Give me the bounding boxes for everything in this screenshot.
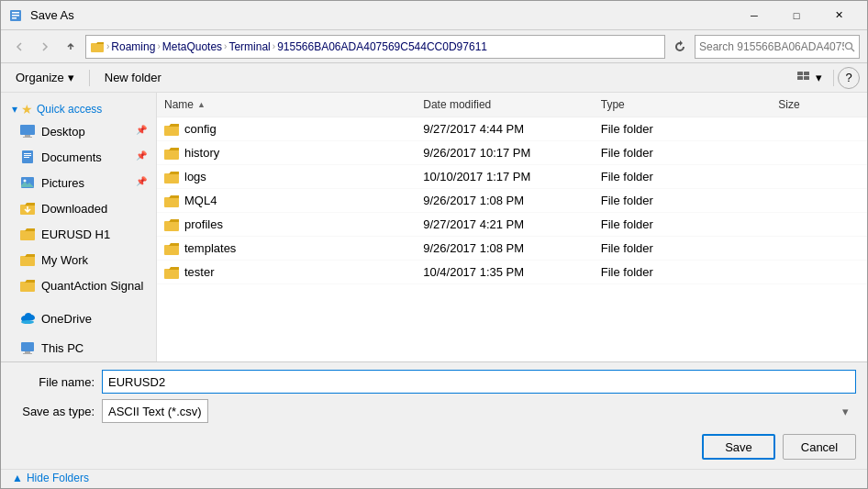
table-row[interactable]: history 9/26/2017 10:17 PM File folder (157, 141, 867, 165)
title-bar: Save As ─ □ ✕ (1, 1, 867, 30)
new-folder-button[interactable]: New folder (97, 67, 169, 89)
svg-rect-27 (23, 353, 32, 354)
svg-line-6 (851, 49, 854, 51)
filetype-row: Save as type: ASCII Text (*.csv) (1, 397, 867, 430)
file-date-cell: 9/26/2017 1:08 PM (416, 194, 594, 207)
table-row[interactable]: templates 9/26/2017 1:08 PM File folder (157, 237, 867, 261)
pictures-icon (20, 175, 35, 190)
dialog-title: Save As (30, 8, 733, 22)
back-button[interactable] (8, 36, 30, 58)
hide-folders-button[interactable]: ▲ Hide Folders (12, 472, 89, 484)
maximize-button[interactable]: □ (775, 1, 818, 30)
svg-rect-23 (20, 282, 35, 292)
file-list: Name ▲ Date modified Type Size c (157, 93, 867, 361)
table-row[interactable]: MQL4 9/26/2017 1:08 PM File folder (157, 189, 867, 213)
filetype-select[interactable]: ASCII Text (*.csv) (102, 399, 208, 423)
svg-rect-22 (20, 256, 35, 266)
save-button[interactable]: Save (702, 434, 775, 460)
folder-row-icon (164, 266, 179, 279)
file-rows-container: config 9/27/2017 4:44 PM File folder his… (157, 117, 867, 284)
sidebar-item-onedrive[interactable]: OneDrive (1, 306, 156, 331)
mywork-label: My Work (41, 253, 149, 267)
up-button[interactable] (60, 36, 82, 58)
table-row[interactable]: config 9/27/2017 4:44 PM File folder (157, 117, 867, 141)
up-icon (65, 41, 76, 52)
desktop-label: Desktop (41, 125, 130, 139)
refresh-button[interactable] (669, 36, 691, 58)
svg-rect-12 (25, 135, 30, 137)
search-input[interactable] (699, 40, 844, 53)
sidebar-item-documents[interactable]: Documents 📌 (1, 144, 156, 170)
col-header-size[interactable]: Size (771, 96, 867, 113)
table-row[interactable]: tester 10/4/2017 1:35 PM File folder (157, 261, 867, 284)
sidebar-item-eurusd[interactable]: EURUSD H1 (1, 221, 156, 247)
downloaded-folder-icon (20, 202, 35, 215)
button-row: Save Cancel (1, 430, 867, 469)
svg-rect-40 (164, 269, 179, 279)
breadcrumb: › Roaming › MetaQuotes › Terminal › 9155… (90, 39, 661, 54)
sidebar-item-downloaded[interactable]: Downloaded (1, 195, 156, 221)
file-type-cell: File folder (594, 217, 772, 231)
sidebar-item-quantaction[interactable]: QuantAction Signal (1, 272, 156, 298)
folder-row-icon (164, 218, 179, 231)
sidebar-item-mywork[interactable]: My Work (1, 247, 156, 272)
breadcrumb-metaquotes: MetaQuotes (162, 40, 222, 53)
svg-rect-21 (20, 230, 35, 240)
close-button[interactable]: ✕ (818, 1, 860, 30)
minimize-button[interactable]: ─ (733, 1, 775, 30)
file-date-cell: 9/26/2017 10:17 PM (416, 146, 594, 160)
sidebar-item-pictures[interactable]: Pictures 📌 (1, 170, 156, 195)
table-row[interactable]: logs 10/10/2017 1:17 PM File folder (157, 165, 867, 189)
onedrive-icon (19, 313, 36, 324)
file-name-cell: tester (157, 265, 416, 279)
hide-folders-row: ▲ Hide Folders (1, 469, 867, 488)
desktop-icon (19, 123, 36, 139)
svg-rect-2 (12, 12, 19, 14)
quantaction-label: QuantAction Signal (41, 279, 149, 293)
sidebar-item-thispc[interactable]: This PC (1, 335, 156, 361)
table-row[interactable]: profiles 9/27/2017 4:21 PM File folder (157, 213, 867, 237)
filename-input[interactable] (102, 370, 856, 394)
svg-rect-15 (24, 153, 31, 154)
mywork-folder-icon (20, 253, 35, 266)
col-header-name[interactable]: Name ▲ (157, 96, 416, 113)
bottom-area: File name: Save as type: ASCII Text (*.c… (1, 361, 867, 488)
pictures-label: Pictures (41, 176, 130, 190)
breadcrumb-terminal: Terminal (228, 40, 270, 53)
dialog-icon (8, 8, 23, 23)
organize-button[interactable]: Organize ▾ (8, 67, 82, 89)
col-header-date[interactable]: Date modified (416, 96, 594, 113)
svg-rect-35 (164, 150, 179, 160)
cancel-button[interactable]: Cancel (783, 434, 856, 460)
svg-rect-39 (164, 245, 179, 255)
file-date-cell: 9/26/2017 1:08 PM (416, 241, 594, 255)
back-icon (14, 41, 25, 52)
svg-rect-8 (804, 72, 809, 75)
col-header-type[interactable]: Type (594, 96, 772, 113)
sidebar-item-desktop[interactable]: Desktop 📌 (1, 118, 156, 144)
search-box[interactable] (695, 35, 860, 59)
view-button[interactable]: ▾ (790, 67, 829, 89)
folder-row-icon (164, 242, 179, 255)
folder-row-icon (164, 194, 179, 207)
help-button[interactable]: ? (838, 67, 860, 89)
documents-icon (20, 150, 35, 164)
file-name-cell: MQL4 (157, 194, 416, 207)
main-content: ▾ ★ Quick access Desktop 📌 (1, 93, 867, 361)
quick-access-header[interactable]: ▾ ★ Quick access (1, 96, 156, 118)
eurusd-label: EURUSD H1 (41, 228, 149, 241)
file-type-cell: File folder (594, 170, 772, 183)
file-date-cell: 10/4/2017 1:35 PM (416, 265, 594, 279)
view-icon (797, 72, 812, 84)
svg-rect-16 (24, 155, 31, 156)
downloaded-label: Downloaded (41, 202, 149, 216)
svg-point-24 (21, 320, 34, 324)
breadcrumb-id: 915566BA06ADA407569C544CC0D97611 (277, 40, 487, 53)
pin-icon2: 📌 (136, 150, 149, 163)
forward-button[interactable] (34, 36, 56, 58)
thispc-label: This PC (41, 341, 149, 355)
eurusd-folder-icon (20, 228, 35, 240)
address-box[interactable]: › Roaming › MetaQuotes › Terminal › 9155… (85, 35, 665, 59)
file-type-cell: File folder (594, 122, 772, 136)
thispc-icon (20, 340, 35, 355)
